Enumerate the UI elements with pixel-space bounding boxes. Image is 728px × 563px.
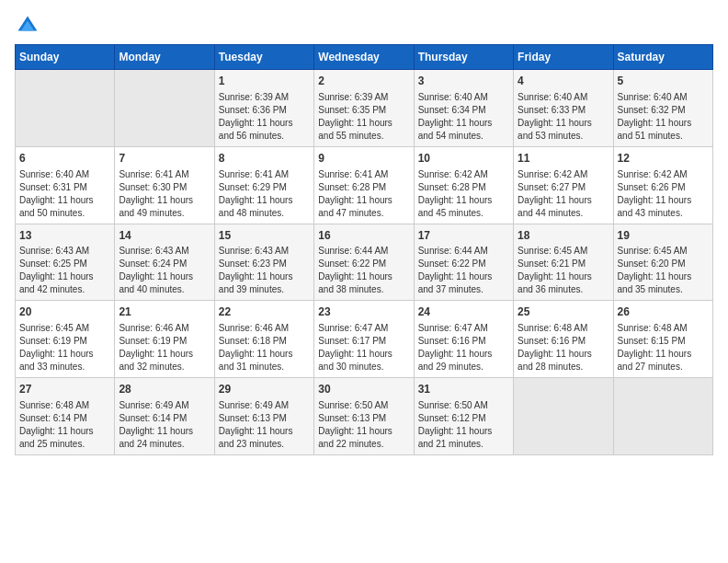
calendar-day-cell: 3Sunrise: 6:40 AM Sunset: 6:34 PM Daylig… bbox=[414, 70, 513, 147]
day-number: 4 bbox=[518, 74, 609, 89]
header-row: SundayMondayTuesdayWednesdayThursdayFrid… bbox=[16, 45, 713, 70]
header-cell: Friday bbox=[514, 45, 613, 70]
calendar-table: SundayMondayTuesdayWednesdayThursdayFrid… bbox=[15, 44, 713, 455]
calendar-day-cell: 16Sunrise: 6:44 AM Sunset: 6:22 PM Dayli… bbox=[314, 224, 414, 301]
day-number: 27 bbox=[19, 382, 110, 397]
day-number: 24 bbox=[418, 304, 509, 320]
day-number: 25 bbox=[518, 304, 609, 320]
day-number: 21 bbox=[119, 304, 210, 320]
calendar-day-cell: 22Sunrise: 6:46 AM Sunset: 6:18 PM Dayli… bbox=[214, 301, 313, 378]
day-number: 16 bbox=[318, 228, 409, 244]
calendar-day-cell: 17Sunrise: 6:44 AM Sunset: 6:22 PM Dayli… bbox=[414, 224, 513, 301]
calendar-day-cell: 18Sunrise: 6:45 AM Sunset: 6:21 PM Dayli… bbox=[514, 224, 613, 301]
day-info: Sunrise: 6:43 AM Sunset: 6:25 PM Dayligh… bbox=[19, 245, 110, 296]
day-number: 15 bbox=[219, 228, 310, 244]
calendar-day-cell: 26Sunrise: 6:48 AM Sunset: 6:15 PM Dayli… bbox=[613, 301, 712, 378]
calendar-day-cell: 7Sunrise: 6:41 AM Sunset: 6:30 PM Daylig… bbox=[115, 146, 214, 224]
day-info: Sunrise: 6:45 AM Sunset: 6:19 PM Dayligh… bbox=[19, 322, 110, 373]
day-info: Sunrise: 6:40 AM Sunset: 6:31 PM Dayligh… bbox=[19, 168, 110, 220]
header-cell: Tuesday bbox=[214, 45, 313, 70]
calendar-day-cell: 13Sunrise: 6:43 AM Sunset: 6:25 PM Dayli… bbox=[16, 224, 115, 301]
day-info: Sunrise: 6:39 AM Sunset: 6:36 PM Dayligh… bbox=[219, 91, 310, 143]
calendar-week-row: 20Sunrise: 6:45 AM Sunset: 6:19 PM Dayli… bbox=[16, 301, 713, 378]
day-number: 3 bbox=[418, 74, 509, 89]
header-cell: Sunday bbox=[16, 45, 115, 70]
day-info: Sunrise: 6:40 AM Sunset: 6:32 PM Dayligh… bbox=[618, 91, 709, 143]
calendar-day-cell: 27Sunrise: 6:48 AM Sunset: 6:14 PM Dayli… bbox=[16, 378, 115, 455]
day-info: Sunrise: 6:48 AM Sunset: 6:14 PM Dayligh… bbox=[19, 399, 110, 451]
day-info: Sunrise: 6:41 AM Sunset: 6:30 PM Dayligh… bbox=[119, 168, 210, 220]
calendar-day-cell: 30Sunrise: 6:50 AM Sunset: 6:13 PM Dayli… bbox=[314, 378, 414, 455]
day-number: 13 bbox=[19, 228, 110, 244]
header-cell: Saturday bbox=[613, 45, 712, 70]
calendar-day-cell bbox=[613, 378, 712, 455]
day-number: 28 bbox=[119, 382, 210, 397]
day-info: Sunrise: 6:39 AM Sunset: 6:35 PM Dayligh… bbox=[318, 91, 409, 143]
day-number: 20 bbox=[19, 304, 110, 320]
calendar-day-cell: 23Sunrise: 6:47 AM Sunset: 6:17 PM Dayli… bbox=[314, 301, 414, 378]
calendar-day-cell bbox=[115, 70, 214, 147]
day-number: 11 bbox=[518, 151, 609, 167]
day-info: Sunrise: 6:45 AM Sunset: 6:21 PM Dayligh… bbox=[518, 245, 609, 296]
calendar-day-cell: 28Sunrise: 6:49 AM Sunset: 6:14 PM Dayli… bbox=[115, 378, 214, 455]
calendar-day-cell: 4Sunrise: 6:40 AM Sunset: 6:33 PM Daylig… bbox=[514, 70, 613, 147]
calendar-week-row: 6Sunrise: 6:40 AM Sunset: 6:31 PM Daylig… bbox=[16, 146, 713, 224]
calendar-day-cell: 9Sunrise: 6:41 AM Sunset: 6:28 PM Daylig… bbox=[314, 146, 414, 224]
calendar-week-row: 27Sunrise: 6:48 AM Sunset: 6:14 PM Dayli… bbox=[16, 378, 713, 455]
calendar-day-cell: 6Sunrise: 6:40 AM Sunset: 6:31 PM Daylig… bbox=[16, 146, 115, 224]
calendar-day-cell: 11Sunrise: 6:42 AM Sunset: 6:27 PM Dayli… bbox=[514, 146, 613, 224]
day-info: Sunrise: 6:43 AM Sunset: 6:23 PM Dayligh… bbox=[219, 245, 310, 296]
day-info: Sunrise: 6:48 AM Sunset: 6:15 PM Dayligh… bbox=[618, 322, 709, 373]
day-number: 14 bbox=[119, 228, 210, 244]
day-info: Sunrise: 6:46 AM Sunset: 6:18 PM Dayligh… bbox=[219, 322, 310, 373]
calendar-day-cell: 2Sunrise: 6:39 AM Sunset: 6:35 PM Daylig… bbox=[314, 70, 414, 147]
calendar-week-row: 13Sunrise: 6:43 AM Sunset: 6:25 PM Dayli… bbox=[16, 224, 713, 301]
day-info: Sunrise: 6:43 AM Sunset: 6:24 PM Dayligh… bbox=[119, 245, 210, 296]
header-cell: Wednesday bbox=[314, 45, 414, 70]
day-info: Sunrise: 6:48 AM Sunset: 6:16 PM Dayligh… bbox=[518, 322, 609, 373]
logo bbox=[15, 15, 39, 37]
day-number: 2 bbox=[318, 74, 409, 89]
day-number: 1 bbox=[219, 74, 310, 89]
calendar-day-cell: 1Sunrise: 6:39 AM Sunset: 6:36 PM Daylig… bbox=[214, 70, 313, 147]
day-info: Sunrise: 6:44 AM Sunset: 6:22 PM Dayligh… bbox=[318, 245, 409, 296]
calendar-day-cell bbox=[16, 70, 115, 147]
calendar-day-cell: 31Sunrise: 6:50 AM Sunset: 6:12 PM Dayli… bbox=[414, 378, 513, 455]
calendar-day-cell: 12Sunrise: 6:42 AM Sunset: 6:26 PM Dayli… bbox=[613, 146, 712, 224]
day-number: 8 bbox=[219, 151, 310, 167]
calendar-day-cell: 10Sunrise: 6:42 AM Sunset: 6:28 PM Dayli… bbox=[414, 146, 513, 224]
calendar-week-row: 1Sunrise: 6:39 AM Sunset: 6:36 PM Daylig… bbox=[16, 70, 713, 147]
calendar-day-cell: 21Sunrise: 6:46 AM Sunset: 6:19 PM Dayli… bbox=[115, 301, 214, 378]
day-number: 19 bbox=[618, 228, 709, 244]
day-number: 10 bbox=[418, 151, 509, 167]
page-header bbox=[15, 15, 713, 37]
calendar-day-cell: 24Sunrise: 6:47 AM Sunset: 6:16 PM Dayli… bbox=[414, 301, 513, 378]
day-number: 9 bbox=[318, 151, 409, 167]
day-number: 23 bbox=[318, 304, 409, 320]
day-info: Sunrise: 6:40 AM Sunset: 6:34 PM Dayligh… bbox=[418, 91, 509, 143]
day-info: Sunrise: 6:41 AM Sunset: 6:28 PM Dayligh… bbox=[318, 168, 409, 220]
calendar-day-cell: 25Sunrise: 6:48 AM Sunset: 6:16 PM Dayli… bbox=[514, 301, 613, 378]
day-info: Sunrise: 6:50 AM Sunset: 6:12 PM Dayligh… bbox=[418, 399, 509, 451]
day-number: 26 bbox=[618, 304, 709, 320]
calendar-day-cell: 19Sunrise: 6:45 AM Sunset: 6:20 PM Dayli… bbox=[613, 224, 712, 301]
calendar-day-cell: 8Sunrise: 6:41 AM Sunset: 6:29 PM Daylig… bbox=[214, 146, 313, 224]
day-number: 5 bbox=[618, 74, 709, 89]
day-info: Sunrise: 6:45 AM Sunset: 6:20 PM Dayligh… bbox=[618, 245, 709, 296]
day-info: Sunrise: 6:47 AM Sunset: 6:16 PM Dayligh… bbox=[418, 322, 509, 373]
header-cell: Thursday bbox=[414, 45, 513, 70]
day-number: 31 bbox=[418, 382, 509, 397]
calendar-day-cell: 29Sunrise: 6:49 AM Sunset: 6:13 PM Dayli… bbox=[214, 378, 313, 455]
day-number: 18 bbox=[518, 228, 609, 244]
day-info: Sunrise: 6:47 AM Sunset: 6:17 PM Dayligh… bbox=[318, 322, 409, 373]
day-info: Sunrise: 6:50 AM Sunset: 6:13 PM Dayligh… bbox=[318, 399, 409, 451]
day-number: 22 bbox=[219, 304, 310, 320]
day-number: 7 bbox=[119, 151, 210, 167]
day-info: Sunrise: 6:42 AM Sunset: 6:26 PM Dayligh… bbox=[618, 168, 709, 220]
logo-icon bbox=[17, 15, 39, 37]
calendar-day-cell: 14Sunrise: 6:43 AM Sunset: 6:24 PM Dayli… bbox=[115, 224, 214, 301]
header-cell: Monday bbox=[115, 45, 214, 70]
calendar-day-cell bbox=[514, 378, 613, 455]
day-info: Sunrise: 6:49 AM Sunset: 6:14 PM Dayligh… bbox=[119, 399, 210, 451]
day-number: 29 bbox=[219, 382, 310, 397]
